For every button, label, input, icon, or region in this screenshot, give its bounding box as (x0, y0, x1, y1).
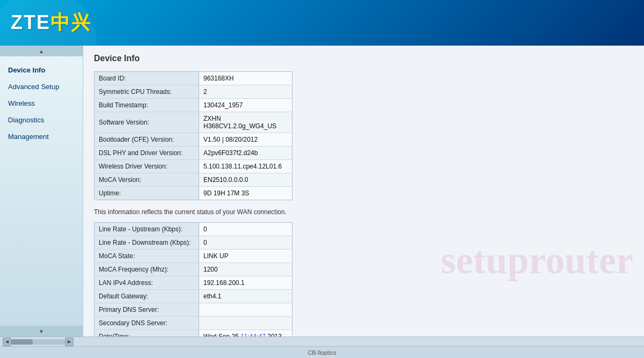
table-row: MoCA State: LINK UP (94, 250, 292, 263)
row-value: 0 (199, 236, 292, 250)
table-row: Date/Time: Wed Sep 25 11:44:47 2013 (94, 330, 292, 337)
table-row: Board ID: 963168XH (94, 72, 292, 85)
row-label: MoCA Frequency (Mhz): (94, 263, 199, 276)
row-value: 2 (199, 85, 292, 99)
header: ZTE中兴 (0, 0, 644, 46)
row-label: DSL PHY and Driver Version: (94, 147, 199, 160)
sidebar-item-diagnostics[interactable]: Diagnostics (0, 112, 83, 128)
row-label: Software Version: (94, 112, 199, 133)
row-label: Board ID: (94, 72, 199, 85)
sidebar-item-advanced-setup[interactable]: Advanced Setup (0, 78, 83, 95)
scrollbar-track[interactable] (11, 339, 65, 345)
row-label: LAN IPv4 Address: (94, 276, 199, 290)
sidebar-item-device-info[interactable]: Device Info (0, 62, 83, 78)
table-row: DSL PHY and Driver Version: A2pv6F037f2.… (94, 147, 292, 160)
scrollbar-thumb (11, 339, 33, 345)
table-row: Build Timestamp: 130424_1957 (94, 99, 292, 112)
logo: ZTE中兴 (11, 10, 91, 36)
table-row: Line Rate - Upstream (Kbps): 0 (94, 223, 292, 236)
page-title: Device Info (94, 54, 633, 63)
row-label: Symmetric CPU Threads: (94, 85, 199, 99)
table-row: LAN IPv4 Address: 192.168.200.1 (94, 276, 292, 290)
row-value: ZXHN H368CV1.2.0g_WG4_US (199, 112, 292, 133)
table-row: Line Rate - Downstream (Kbps): 0 (94, 236, 292, 250)
row-value: EN2510.0.0.0.0 (199, 173, 292, 187)
table-row: Default Gateway: eth4.1 (94, 290, 292, 303)
table-row: Secondary DNS Server: (94, 317, 292, 330)
row-value: 192.168.200.1 (199, 276, 292, 290)
row-label: Default Gateway: (94, 290, 199, 303)
footer: CB-fioptics (0, 346, 644, 358)
table-row: MoCA Version: EN2510.0.0.0.0 (94, 173, 292, 187)
row-value: 5.100.138.11.cpe4.12L01.6 (199, 160, 292, 173)
table-row: Symmetric CPU Threads: 2 (94, 85, 292, 99)
row-label: Build Timestamp: (94, 99, 199, 112)
table-row: Primary DNS Server: (94, 303, 292, 317)
row-label: Wireless Driver Version: (94, 160, 199, 173)
logo-zh: 中兴 (50, 11, 91, 33)
footer-text: CB-fioptics (308, 349, 336, 356)
table-row: MoCA Frequency (Mhz): 1200 (94, 263, 292, 276)
row-value: 1200 (199, 263, 292, 276)
row-value: LINK UP (199, 250, 292, 263)
sidebar: ▲ Device InfoAdvanced SetupWirelessDiagn… (0, 46, 83, 337)
table-row: Bootloader (CFE) Version: V1.50 | 08/20/… (94, 133, 292, 147)
device-info-table: Board ID: 963168XH Symmetric CPU Threads… (94, 71, 292, 200)
row-label: Line Rate - Downstream (Kbps): (94, 236, 199, 250)
sidebar-item-management[interactable]: Management (0, 128, 83, 145)
table-row: Uptime: 9D 19H 17M 3S (94, 187, 292, 200)
row-label: Secondary DNS Server: (94, 317, 199, 330)
content-area: Device Info Board ID: 963168XH Symmetric… (83, 46, 644, 337)
sidebar-nav: Device InfoAdvanced SetupWirelessDiagnos… (0, 56, 83, 326)
row-label: MoCA State: (94, 250, 199, 263)
row-value: 130424_1957 (199, 99, 292, 112)
row-value (199, 303, 292, 317)
row-value: 9D 19H 17M 3S (199, 187, 292, 200)
row-value: eth4.1 (199, 290, 292, 303)
row-label: Date/Time: (94, 330, 199, 337)
scrollbar-area: ◀ ▶ (0, 337, 644, 346)
row-label: Bootloader (CFE) Version: (94, 133, 199, 147)
logo-zte: ZTE (11, 11, 50, 33)
row-value: 963168XH (199, 72, 292, 85)
row-value: Wed Sep 25 11:44:47 2013 (199, 330, 292, 337)
row-label: MoCA Version: (94, 173, 199, 187)
scroll-left-arrow[interactable]: ◀ (3, 338, 11, 346)
wan-info-table: Line Rate - Upstream (Kbps): 0 Line Rate… (94, 222, 292, 337)
row-label: Uptime: (94, 187, 199, 200)
watermark: setuprouter (441, 238, 633, 283)
row-value: V1.50 | 08/20/2012 (199, 133, 292, 147)
row-value: A2pv6F037f2.d24b (199, 147, 292, 160)
row-label: Primary DNS Server: (94, 303, 199, 317)
scroll-right-arrow[interactable]: ▶ (65, 338, 74, 346)
main-layout: ▲ Device InfoAdvanced SetupWirelessDiagn… (0, 46, 644, 337)
sidebar-scroll-down[interactable]: ▼ (0, 326, 83, 337)
sidebar-item-wireless[interactable]: Wireless (0, 95, 83, 112)
row-label: Line Rate - Upstream (Kbps): (94, 223, 199, 236)
table-row: Wireless Driver Version: 5.100.138.11.cp… (94, 160, 292, 173)
datetime-link[interactable]: 11:44:47 (240, 333, 266, 337)
wan-note: This information reflects the current st… (94, 208, 633, 216)
table-row: Software Version: ZXHN H368CV1.2.0g_WG4_… (94, 112, 292, 133)
row-value: 0 (199, 223, 292, 236)
row-value (199, 317, 292, 330)
sidebar-scroll-up[interactable]: ▲ (0, 46, 83, 56)
